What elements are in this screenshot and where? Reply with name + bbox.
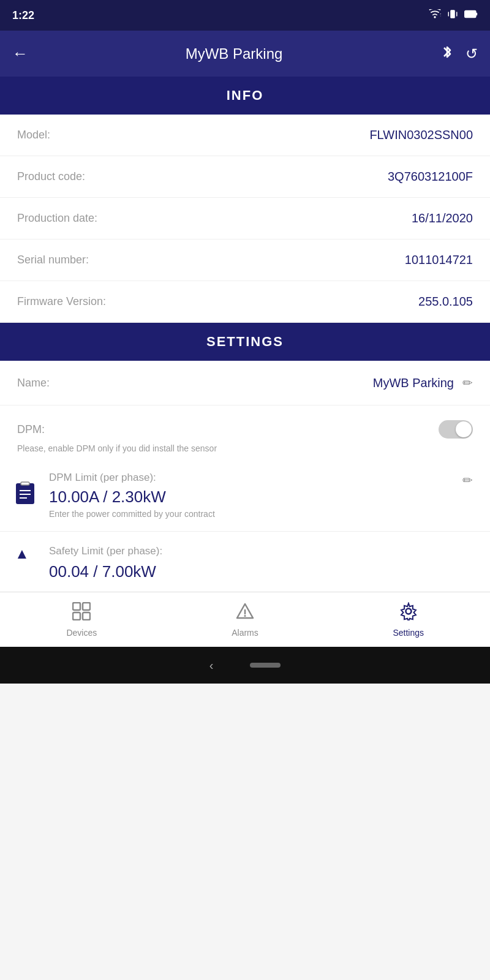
alarms-icon — [236, 602, 254, 625]
vibrate-icon — [447, 9, 458, 22]
dpm-limit-card: DPM Limit (per phase): 10.00A / 2.30kW E… — [0, 459, 490, 532]
wifi-icon: ? — [429, 9, 441, 21]
svg-rect-4 — [456, 12, 458, 17]
dpm-row: DPM: Please, enable DPM only if you did … — [0, 405, 490, 459]
settings-header: SETTINGS — [0, 323, 490, 361]
svg-rect-5 — [465, 11, 476, 18]
nav-item-alarms[interactable]: Alarms — [164, 596, 327, 644]
dpm-limit-title: DPM Limit (per phase): — [49, 472, 215, 484]
dpm-limit-edit-icon[interactable]: ✏ — [462, 473, 473, 488]
app-bar-title: MyWB Parking — [186, 45, 283, 62]
dpm-limit-hint: Enter the power committed by your contra… — [49, 509, 215, 519]
production-date-label: Production date: — [17, 212, 97, 225]
svg-rect-9 — [21, 482, 29, 485]
serial-number-value: 1011014721 — [405, 253, 473, 267]
nav-arrow-icon: ▲ — [15, 545, 29, 562]
bluetooth-icon[interactable] — [440, 43, 454, 64]
svg-point-18 — [244, 615, 246, 617]
safety-limit-card: ▲ Safety Limit (per phase): 00.04 / 7.00… — [0, 532, 490, 592]
svg-rect-16 — [83, 612, 90, 620]
serial-number-row: Serial number: 1011014721 — [0, 239, 490, 281]
product-code-row: Product code: 3Q760312100F — [0, 156, 490, 198]
settings-section: Name: MyWB Parking ✏ DPM: Please, enable… — [0, 361, 490, 592]
dpm-toggle-knob — [456, 421, 472, 437]
alarms-label: Alarms — [232, 628, 258, 638]
svg-point-0 — [434, 16, 435, 18]
dpm-limit-value: 10.00A / 2.30kW — [49, 488, 215, 507]
dpm-card-header: DPM Limit (per phase): 10.00A / 2.30kW E… — [49, 472, 473, 519]
product-code-label: Product code: — [17, 170, 85, 183]
safety-limit-value: 00.04 / 7.00kW — [49, 562, 473, 586]
dpm-toggle[interactable] — [439, 420, 473, 439]
info-header: INFO — [0, 77, 490, 115]
firmware-version-label: Firmware Version: — [17, 295, 106, 308]
model-label: Model: — [17, 129, 50, 141]
name-value: MyWB Parking — [373, 376, 454, 390]
production-date-row: Production date: 16/11/2020 — [0, 198, 490, 239]
production-date-value: 16/11/2020 — [412, 211, 473, 225]
dpm-top: DPM: — [17, 420, 473, 439]
status-icons: ? — [429, 9, 478, 22]
svg-rect-6 — [476, 13, 477, 16]
nav-item-settings[interactable]: Settings — [326, 596, 490, 644]
status-bar: 1:22 ? — [0, 0, 490, 31]
refresh-icon[interactable]: ↺ — [466, 45, 478, 62]
svg-point-19 — [405, 608, 411, 614]
svg-rect-13 — [73, 603, 80, 610]
android-back-icon[interactable]: ‹ — [209, 658, 214, 673]
dpm-label: DPM: — [17, 423, 45, 436]
name-label: Name: — [17, 377, 50, 390]
info-section: Model: FLWIN0302SSN00 Product code: 3Q76… — [0, 115, 490, 323]
dpm-card-icon — [15, 481, 36, 510]
serial-number-label: Serial number: — [17, 254, 89, 266]
android-nav-bar: ‹ — [0, 647, 490, 684]
bottom-nav: Devices Alarms Settings — [0, 592, 490, 647]
name-row: Name: MyWB Parking ✏ — [0, 361, 490, 405]
firmware-version-row: Firmware Version: 255.0.105 — [0, 281, 490, 323]
svg-rect-15 — [73, 612, 80, 620]
app-bar-actions: ↺ — [440, 43, 478, 64]
name-edit-icon[interactable]: ✏ — [462, 375, 473, 390]
svg-text:?: ? — [440, 13, 441, 17]
settings-label: Settings — [393, 628, 424, 638]
product-code-value: 3Q760312100F — [388, 170, 473, 184]
android-home-indicator[interactable] — [250, 663, 281, 668]
dpm-hint: Please, enable DPM only if you did insta… — [17, 443, 473, 453]
dpm-limit-title-group: DPM Limit (per phase): 10.00A / 2.30kW E… — [49, 472, 215, 519]
safety-limit-title: Safety Limit (per phase): — [49, 545, 473, 557]
svg-rect-14 — [83, 603, 90, 610]
nav-item-devices[interactable]: Devices — [0, 596, 164, 644]
app-bar: ← MyWB Parking ↺ — [0, 31, 490, 77]
name-value-group: MyWB Parking ✏ — [373, 375, 473, 390]
back-button[interactable]: ← — [12, 44, 28, 63]
model-value: FLWIN0302SSN00 — [369, 128, 473, 142]
devices-label: Devices — [66, 628, 97, 638]
devices-icon — [72, 602, 91, 625]
svg-rect-3 — [448, 12, 450, 17]
svg-rect-2 — [450, 10, 455, 18]
battery-icon — [464, 9, 478, 21]
status-time: 1:22 — [12, 9, 34, 22]
model-row: Model: FLWIN0302SSN00 — [0, 115, 490, 156]
firmware-version-value: 255.0.105 — [418, 295, 473, 309]
settings-icon — [399, 602, 418, 625]
